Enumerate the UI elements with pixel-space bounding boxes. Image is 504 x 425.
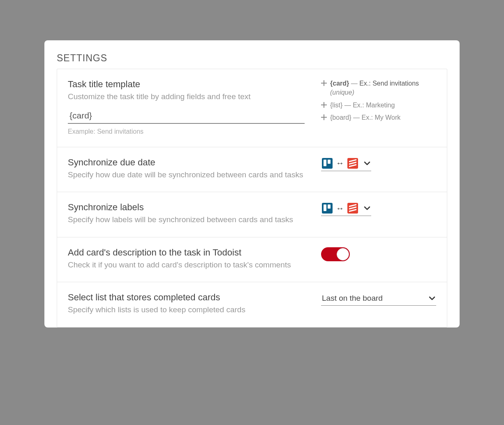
completed-list-desc: Specify which lists is used to keep comp…	[68, 304, 305, 316]
sync-due-selector[interactable]: ↔	[321, 157, 371, 171]
row-task-title-template: Task title template Customize the task t…	[57, 69, 447, 147]
chevron-down-icon	[429, 295, 435, 302]
add-desc-title: Add card's description to the task in To…	[68, 247, 305, 258]
chevron-down-icon	[364, 205, 370, 211]
settings-header: Settings	[44, 53, 460, 64]
trello-icon	[322, 158, 333, 169]
bidirectional-icon: ↔	[336, 158, 344, 168]
sync-due-title: Synchronize due date	[68, 157, 305, 168]
field-token-board[interactable]: {board} — Ex.: My Work	[321, 113, 436, 122]
sync-labels-title: Synchronize labels	[68, 202, 305, 213]
plus-icon	[321, 80, 327, 86]
plus-icon	[321, 102, 327, 108]
chevron-down-icon	[364, 160, 370, 167]
task-title-template-title: Task title template	[68, 79, 305, 90]
todoist-icon	[347, 203, 358, 214]
settings-list: Task title template Customize the task t…	[57, 69, 447, 327]
completed-list-select[interactable]: Last on the board	[321, 292, 436, 306]
trello-icon	[322, 203, 333, 214]
completed-list-value: Last on the board	[322, 294, 383, 303]
row-add-description: Add card's description to the task in To…	[57, 237, 447, 283]
field-token-list: {card} — Ex.: Send invitations (unique) …	[321, 79, 436, 123]
sync-labels-selector[interactable]: ↔	[321, 202, 371, 216]
task-title-template-desc: Customize the task title by adding field…	[68, 91, 305, 102]
todoist-icon	[347, 158, 358, 169]
bidirectional-icon: ↔	[336, 204, 344, 213]
row-sync-labels: Synchronize labels Specify how labels wi…	[57, 192, 447, 237]
task-title-template-input[interactable]	[68, 108, 305, 124]
completed-list-title: Select list that stores completed cards	[68, 292, 305, 303]
sync-due-desc: Specify how due date will be synchronize…	[68, 170, 305, 181]
sync-labels-desc: Specify how labels will be synchronized …	[68, 214, 305, 225]
field-token-card[interactable]: {card} — Ex.: Send invitations (unique)	[321, 79, 436, 98]
settings-card: Settings Task title template Customize t…	[44, 40, 460, 327]
plus-icon	[321, 114, 327, 120]
row-sync-due-date: Synchronize due date Specify how due dat…	[57, 147, 447, 193]
add-description-toggle[interactable]	[321, 247, 350, 261]
add-desc-desc: Check it if you want to add card's descr…	[68, 260, 305, 271]
field-token-list[interactable]: {list} — Ex.: Marketing	[321, 101, 436, 110]
toggle-knob	[337, 248, 349, 260]
row-completed-list: Select list that stores completed cards …	[57, 282, 447, 327]
task-title-example: Example: Send invitations	[68, 128, 305, 135]
